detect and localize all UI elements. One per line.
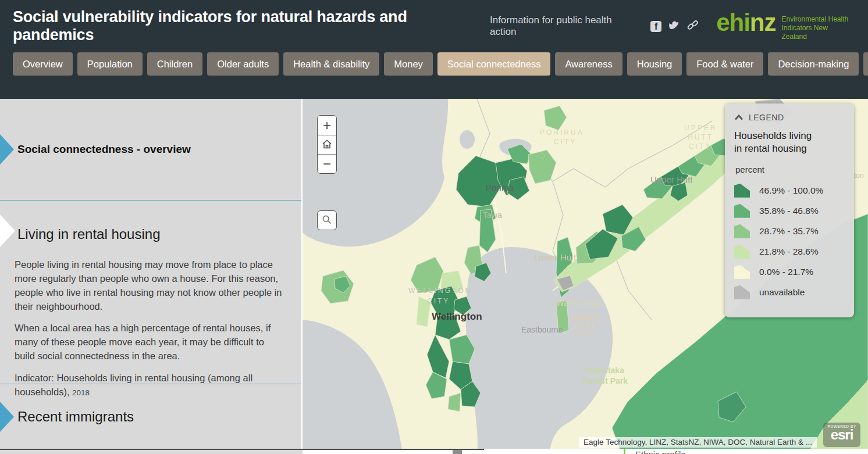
rental-housing-title: Living in rental housing	[0, 226, 161, 242]
tab-menu[interactable]	[863, 52, 868, 76]
tab-children[interactable]: Children	[147, 52, 202, 76]
legend-item: 46.9% - 100.0%	[734, 180, 846, 201]
chevron-right-icon	[0, 134, 14, 165]
svg-text:CITY: CITY	[575, 330, 594, 337]
svg-text:Tawa: Tawa	[483, 210, 502, 220]
link-icon[interactable]	[687, 20, 699, 33]
map-zoom-controls: + −	[317, 115, 337, 174]
svg-text:Forest Park: Forest Park	[583, 376, 628, 385]
header: Social vulnerability indicators for natu…	[0, 0, 868, 99]
ehinz-logo-tagline: Environmental Health Indicators New Zeal…	[781, 12, 854, 41]
svg-text:Wainuiomata: Wainuiomata	[556, 298, 603, 308]
legend-header-label: LEGEND	[749, 113, 784, 122]
footer-square	[453, 450, 462, 454]
legend-collapse-toggle[interactable]: LEGEND	[734, 113, 846, 122]
tab-social-connectedness[interactable]: Social connectedness	[437, 52, 551, 76]
ehinz-logo[interactable]: ehinz Environmental Health Indicators Ne…	[716, 12, 854, 41]
sidebar: Social connectedness - overview Living i…	[0, 99, 303, 449]
social-icons: f	[650, 20, 699, 33]
class-swatch	[734, 184, 750, 198]
top-bar: Social vulnerability indicators for natu…	[0, 0, 868, 44]
chevron-right-icon	[0, 215, 15, 247]
tab-older-adults[interactable]: Older adults	[207, 52, 279, 76]
svg-text:Lower Hutt: Lower Hutt	[534, 252, 577, 262]
legend-item: 35.8% - 46.8%	[734, 201, 846, 221]
svg-text:PORIRUA: PORIRUA	[540, 128, 584, 137]
svg-text:LOWER: LOWER	[570, 314, 599, 321]
svg-text:Porirua: Porirua	[486, 183, 514, 192]
page: Social vulnerability indicators for natu…	[0, 0, 868, 454]
legend-item: 0.0% - 21.7%	[734, 262, 846, 282]
footer-partial-label: Ethnic profile	[635, 449, 686, 454]
map-container[interactable]: PORIRUA CITY UPPER HUTT CITY WELLINGTON …	[303, 99, 868, 454]
svg-text:CITY: CITY	[554, 138, 577, 146]
tab-population[interactable]: Population	[77, 52, 143, 76]
header-right: Information for public health action f e	[490, 12, 854, 41]
map-attribution: Eagle Technology, LINZ, StatsNZ, NIWA, D…	[579, 437, 817, 448]
legend-unit-label: percent	[734, 165, 846, 174]
twitter-icon[interactable]	[668, 20, 680, 33]
sidebar-item-rental-housing[interactable]: Living in rental housing	[0, 201, 301, 258]
paragraph: When a local area has a high percentage …	[15, 321, 284, 363]
sidebar-overview-title: Social connectedness - overview	[0, 143, 191, 156]
esri-logo: POWERED BY esri	[823, 423, 860, 447]
paragraph: People living in rental housing may move…	[15, 258, 284, 313]
home-button[interactable]	[318, 135, 336, 154]
svg-text:Eastbourne: Eastbourne	[521, 325, 563, 334]
tab-housing[interactable]: Housing	[627, 52, 682, 76]
svg-text:HUTT: HUTT	[688, 133, 713, 141]
svg-text:Upper Hutt: Upper Hutt	[650, 174, 693, 184]
sidebar-item-recent-immigrants[interactable]: Recent immigrants	[0, 384, 301, 449]
chevron-right-icon	[0, 402, 14, 432]
svg-text:Wellington: Wellington	[432, 311, 482, 322]
class-swatch	[734, 285, 750, 299]
sidebar-section-rental-housing: Living in rental housing People living i…	[0, 201, 301, 384]
esri-wordmark: esri	[823, 428, 860, 441]
map-search-button[interactable]	[317, 210, 337, 230]
class-swatch	[734, 204, 750, 218]
facebook-icon[interactable]: f	[650, 21, 661, 32]
nav-tabs: Overview Population Children Older adult…	[0, 44, 868, 76]
sidebar-item-overview[interactable]: Social connectedness - overview	[0, 99, 301, 201]
rental-housing-description: People living in rental housing may move…	[0, 258, 301, 399]
recent-immigrants-title: Recent immigrants	[0, 409, 134, 425]
svg-text:Remutaka: Remutaka	[585, 366, 624, 375]
legend-item: unavailable	[734, 282, 846, 302]
svg-text:ton: ton	[854, 171, 864, 180]
footer-left-segment	[0, 449, 303, 454]
svg-text:CITY: CITY	[689, 142, 712, 151]
legend-item: 28.7% - 35.7%	[734, 221, 846, 241]
legend-item: 21.8% - 28.6%	[734, 241, 846, 262]
tab-money[interactable]: Money	[384, 52, 433, 76]
class-swatch	[734, 245, 750, 259]
tab-decision-making[interactable]: Decision-making	[768, 52, 859, 76]
legend-title: Households living in rental housing	[734, 130, 821, 155]
tab-health-disability[interactable]: Health & disability	[283, 52, 379, 76]
home-icon	[321, 137, 333, 153]
svg-text:HUTT: HUTT	[574, 322, 595, 329]
tab-food-water[interactable]: Food & water	[686, 52, 763, 76]
footer-green-divider	[624, 449, 625, 454]
svg-text:WELLINGTON: WELLINGTON	[408, 287, 472, 295]
ehinz-logo-text: ehinz	[716, 12, 775, 34]
class-swatch	[734, 265, 750, 279]
zoom-out-button[interactable]: −	[318, 154, 336, 173]
legend-panel: LEGEND Households living in rental housi…	[725, 103, 854, 317]
chevron-up-icon	[734, 113, 744, 122]
svg-text:CITY: CITY	[427, 297, 450, 305]
tab-overview[interactable]: Overview	[13, 52, 73, 76]
tab-awareness[interactable]: Awareness	[555, 52, 622, 76]
svg-text:UPPER: UPPER	[684, 124, 717, 132]
class-swatch	[734, 224, 750, 238]
zoom-in-button[interactable]: +	[318, 116, 336, 135]
footer-strip: Ethnic profile	[0, 449, 868, 454]
page-title: Social vulnerability indicators for natu…	[13, 8, 490, 44]
header-subtitle: Information for public health action	[490, 15, 640, 38]
search-icon	[322, 215, 332, 227]
